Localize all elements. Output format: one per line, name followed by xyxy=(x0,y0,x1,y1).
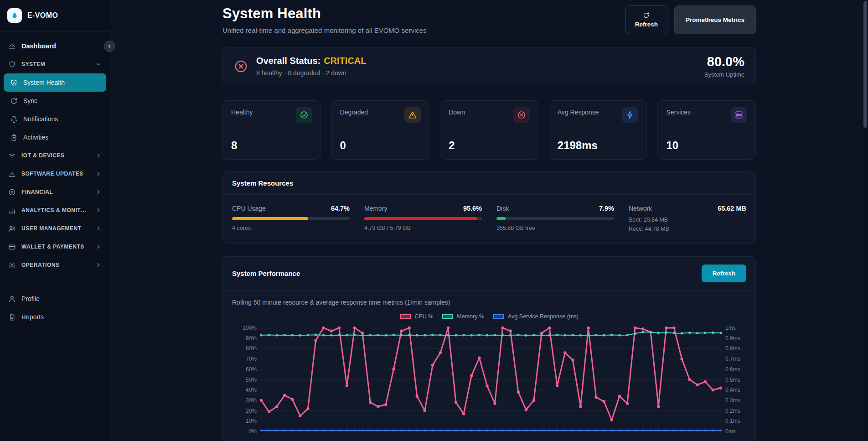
system-performance-body: Rolling 60 minute resource & average res… xyxy=(223,291,755,441)
chart-point xyxy=(377,430,379,431)
sidebar-group-user-management[interactable]: USER MANAGEMENT xyxy=(4,219,106,238)
cpu-progress-bar xyxy=(232,217,350,220)
sidebar-item-dashboard[interactable]: Dashboard xyxy=(4,37,106,55)
chevron-right-icon xyxy=(95,207,102,213)
sidebar-group-software-updates[interactable]: SOFTWARE UPDATES xyxy=(4,165,106,183)
page-title: System Health xyxy=(222,5,427,22)
scrollbar-thumb[interactable] xyxy=(863,1,867,128)
chart-point xyxy=(260,334,262,336)
sidebar-item-reports[interactable]: Reports xyxy=(4,308,106,326)
sidebar-item-notifications[interactable]: Notifications xyxy=(4,110,106,128)
chart-point xyxy=(704,430,706,431)
stat-card-down: Down 2 xyxy=(440,100,538,160)
uptime-label: System Uptime xyxy=(704,71,744,78)
chart-point xyxy=(307,430,309,431)
chart-point xyxy=(665,327,667,329)
performance-refresh-button[interactable]: Refresh xyxy=(702,265,746,282)
chart-point xyxy=(712,389,714,391)
chart-point xyxy=(315,334,317,336)
resource-label: CPU Usage xyxy=(232,205,266,212)
chart-point xyxy=(385,430,387,431)
chart-point xyxy=(439,351,442,354)
chart-point xyxy=(517,430,519,431)
chart-point xyxy=(502,430,504,431)
chart-point xyxy=(447,334,449,337)
chart-point xyxy=(650,331,652,333)
right-axis-tick: 0.6ms xyxy=(725,366,740,373)
uptime-value: 80.0% xyxy=(704,54,744,69)
chart-point xyxy=(299,430,301,431)
sidebar-group-analytics-monitoring[interactable]: ANALYTICS & MONITORI... xyxy=(4,201,106,219)
chart-point xyxy=(556,334,558,336)
sidebar-group-financial[interactable]: $ FINANCIAL xyxy=(4,183,106,201)
refresh-button[interactable]: Refresh xyxy=(625,5,667,34)
resource-label: Disk xyxy=(496,205,509,212)
chart-point xyxy=(400,330,403,332)
left-axis-tick: 0% xyxy=(249,428,257,435)
chart-point xyxy=(634,430,636,431)
stat-value: 8 xyxy=(231,139,237,152)
resource-value: 65.62 MB xyxy=(718,205,746,212)
sidebar-item-activities[interactable]: Activities xyxy=(4,128,106,146)
x-circle-icon xyxy=(513,107,530,123)
legend-item-response: Avg Service Response (ms) xyxy=(493,313,579,320)
chart-point xyxy=(579,405,582,408)
chevron-right-icon xyxy=(95,171,102,177)
chart-point xyxy=(346,430,348,431)
clipboard-icon xyxy=(10,133,18,141)
chart-point xyxy=(719,332,722,334)
chart-point xyxy=(672,327,675,329)
chart-point xyxy=(548,327,551,329)
chevron-down-icon xyxy=(95,61,102,67)
chart-point xyxy=(384,403,387,406)
sidebar-item-sync[interactable]: Sync xyxy=(4,92,106,110)
chart-point xyxy=(501,327,504,329)
chart-point xyxy=(673,430,675,431)
chart-point xyxy=(587,327,589,329)
stats-row: Healthy 8 Degraded 0 Down xyxy=(222,100,756,160)
nav-spacer xyxy=(4,274,106,290)
overall-status-summary: 8 healthy · 0 degraded · 2 down xyxy=(256,69,367,77)
sidebar-group-operations[interactable]: OPERATIONS xyxy=(4,256,106,274)
chart-point xyxy=(369,334,372,336)
chart-point xyxy=(369,430,371,431)
chart-point xyxy=(533,430,535,431)
chart-point xyxy=(439,334,441,336)
resource-cpu: CPU Usage 64.7% 4 cores xyxy=(232,205,350,232)
system-resources-header: System Resources xyxy=(223,172,755,195)
chart-point xyxy=(618,395,621,398)
chart-point xyxy=(260,430,262,431)
chart-point xyxy=(385,334,387,337)
cpu-progress-fill xyxy=(232,217,308,220)
sidebar-item-profile[interactable]: Profile xyxy=(4,290,106,308)
chart-point xyxy=(362,334,364,337)
resource-sub: 355.88 GB free xyxy=(496,225,614,231)
left-axis-tick: 10% xyxy=(246,418,257,424)
chart-point xyxy=(579,334,582,337)
left-axis-tick: 100% xyxy=(243,325,257,331)
chart-point xyxy=(634,332,636,335)
chart-point xyxy=(541,430,542,431)
chart-point xyxy=(688,332,691,334)
chart-point xyxy=(416,430,418,431)
sidebar-group-system[interactable]: SYSTEM xyxy=(4,55,106,73)
sidebar-item-system-health[interactable]: System Health xyxy=(4,73,106,92)
page-scrollbar[interactable] xyxy=(863,0,868,441)
right-axis-tick: 0.3ms xyxy=(725,397,740,404)
chart-point xyxy=(697,430,698,431)
chart-point xyxy=(650,430,651,431)
right-axis-tick: 0.1ms xyxy=(725,418,740,424)
prometheus-metrics-button[interactable]: Prometheus Metrics xyxy=(674,5,756,34)
wifi-icon xyxy=(8,151,16,160)
overall-status-texts: Overall Status:CRITICAL 8 healthy · 0 de… xyxy=(256,56,367,77)
sidebar-group-wallet-payments[interactable]: WALLET & PAYMENTS xyxy=(4,238,106,256)
chart-point xyxy=(408,334,410,336)
chart-point xyxy=(478,334,480,336)
chart-point xyxy=(322,334,325,336)
chart-point xyxy=(509,330,512,332)
sidebar-group-iot-devices[interactable]: IOT & DEVICES xyxy=(4,146,106,165)
performance-chart: 0%0ms10%0.1ms20%0.2ms30%0.3ms40%0.4ms50%… xyxy=(232,322,747,441)
resource-sub: 4 cores xyxy=(232,225,350,231)
chart-point xyxy=(563,351,566,354)
sidebar-collapse-button[interactable] xyxy=(104,41,115,52)
